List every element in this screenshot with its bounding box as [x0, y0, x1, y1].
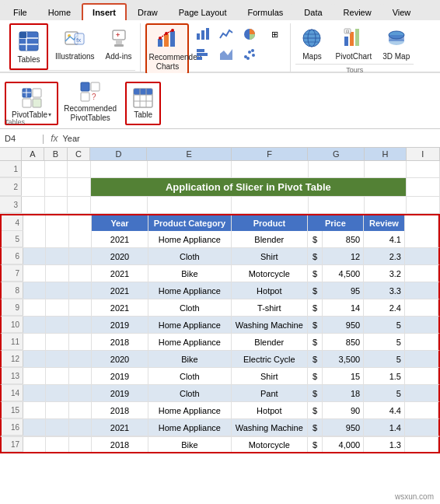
cell-category-5[interactable]: Home Appliance [148, 231, 232, 247]
cell-pricesym-7[interactable]: $ [308, 265, 323, 282]
cell-b7[interactable] [46, 265, 68, 282]
tab-insert[interactable]: Insert [82, 3, 127, 20]
cell-year-13[interactable]: 2019 [92, 368, 148, 384]
cell-a15[interactable] [23, 402, 46, 418]
header-category[interactable]: Product Category [148, 215, 232, 231]
cell-category-11[interactable]: Home Appliance [148, 334, 232, 350]
cell-review-10[interactable]: 5 [364, 317, 405, 333]
cell-b1[interactable] [45, 161, 68, 177]
cell-a10[interactable] [23, 317, 46, 333]
cell-year-17[interactable]: 2018 [92, 437, 148, 452]
cell-category-17[interactable]: Bike [148, 437, 232, 452]
cell-reference[interactable]: D4 [5, 134, 36, 143]
cell-f3[interactable] [232, 197, 308, 213]
illustrations-button[interactable]: fx Illustrations [51, 23, 99, 64]
cell-c9[interactable] [69, 299, 92, 316]
header-product[interactable]: Product [232, 215, 308, 231]
title-cell[interactable]: Application of Slicer in Pivot Table [91, 178, 407, 196]
cell-price-9[interactable]: 14 [323, 299, 364, 316]
col-e[interactable]: E [147, 148, 231, 160]
line-chart-button[interactable] [215, 25, 237, 44]
cell-price-17[interactable]: 4,000 [323, 437, 364, 452]
cell-b15[interactable] [46, 402, 68, 418]
col-f[interactable]: F [232, 148, 309, 160]
cell-c17[interactable] [69, 437, 92, 452]
header-year[interactable]: Year [92, 215, 148, 231]
cell-pricesym-6[interactable]: $ [308, 248, 323, 264]
recommended-charts-button[interactable]: Recommended Charts [145, 23, 189, 75]
cell-price-12[interactable]: 3,500 [323, 351, 364, 367]
cell-price-13[interactable]: 15 [323, 368, 364, 384]
cell-category-15[interactable]: Home Appliance [148, 402, 232, 418]
col-d[interactable]: D [90, 148, 147, 160]
cell-c15[interactable] [69, 402, 92, 418]
cell-product-16[interactable]: Washing Machine [232, 419, 308, 436]
cell-b12[interactable] [46, 351, 68, 367]
pivottable-button[interactable]: PivotTable ▾ [8, 85, 55, 122]
cell-review-8[interactable]: 3.3 [364, 282, 405, 299]
cell-category-7[interactable]: Bike [148, 265, 232, 282]
cell-b4[interactable] [46, 215, 68, 231]
cell-a4[interactable] [23, 215, 46, 231]
cell-product-6[interactable]: Shirt [232, 248, 308, 264]
cell-pricesym-9[interactable]: $ [308, 299, 323, 316]
tab-review[interactable]: Review [333, 4, 382, 20]
maps-button[interactable]: Maps [295, 23, 328, 64]
column-chart-button[interactable] [192, 25, 214, 44]
cell-c7[interactable] [69, 265, 92, 282]
cell-pricesym-11[interactable]: $ [308, 334, 323, 350]
cell-review-6[interactable]: 2.3 [364, 248, 405, 264]
cell-review-13[interactable]: 1.5 [364, 368, 405, 384]
cell-i15[interactable] [405, 402, 438, 418]
cell-product-12[interactable]: Electric Cycle [232, 351, 308, 367]
cell-pricesym-13[interactable]: $ [308, 368, 323, 384]
cell-review-16[interactable]: 1.4 [364, 419, 405, 436]
cell-b13[interactable] [46, 368, 68, 384]
cell-c4[interactable] [69, 215, 92, 231]
cell-i5[interactable] [405, 231, 438, 247]
cell-year-14[interactable]: 2019 [92, 385, 148, 401]
cell-c6[interactable] [69, 248, 92, 264]
cell-year-10[interactable]: 2019 [92, 317, 148, 333]
cell-review-11[interactable]: 5 [364, 334, 405, 350]
cell-a9[interactable] [23, 299, 46, 316]
cell-price-11[interactable]: 850 [323, 334, 364, 350]
cell-review-7[interactable]: 3.2 [364, 265, 405, 282]
cell-c16[interactable] [69, 419, 92, 436]
cell-a17[interactable] [23, 437, 46, 452]
col-g[interactable]: G [308, 148, 365, 160]
cell-product-10[interactable]: Washing Machine [232, 317, 308, 333]
cell-i14[interactable] [405, 385, 438, 401]
col-i[interactable]: I [407, 148, 440, 160]
cell-b14[interactable] [46, 385, 68, 401]
bar-chart-button[interactable] [192, 45, 214, 64]
cell-product-17[interactable]: Motorcycle [232, 437, 308, 452]
cell-i10[interactable] [405, 317, 438, 333]
cell-b10[interactable] [46, 317, 68, 333]
cell-i16[interactable] [405, 419, 438, 436]
header-price[interactable]: Price [308, 215, 364, 231]
cell-price-14[interactable]: 18 [323, 385, 364, 401]
cell-b17[interactable] [46, 437, 68, 452]
tab-home[interactable]: Home [38, 4, 81, 20]
cell-h3[interactable] [365, 197, 406, 213]
cell-review-17[interactable]: 1.3 [364, 437, 405, 452]
cell-i12[interactable] [405, 351, 438, 367]
cell-a1[interactable] [22, 161, 45, 177]
cell-price-10[interactable]: 950 [323, 317, 364, 333]
cell-year-12[interactable]: 2020 [92, 351, 148, 367]
cell-c14[interactable] [69, 385, 92, 401]
cell-year-15[interactable]: 2018 [92, 402, 148, 418]
cell-a3[interactable] [22, 197, 45, 213]
tables-button[interactable]: Tables [12, 26, 45, 67]
cell-i11[interactable] [405, 334, 438, 350]
cell-category-6[interactable]: Cloth [148, 248, 232, 264]
cell-category-10[interactable]: Home Appliance [148, 317, 232, 333]
tab-view[interactable]: View [382, 4, 421, 20]
more-charts-button[interactable]: ⊞ [264, 25, 285, 44]
cell-pricesym-16[interactable]: $ [308, 419, 323, 436]
cell-c3[interactable] [68, 197, 91, 213]
cell-b2[interactable] [45, 178, 68, 196]
cell-i1[interactable] [407, 161, 440, 177]
cell-category-9[interactable]: Cloth [148, 299, 232, 316]
